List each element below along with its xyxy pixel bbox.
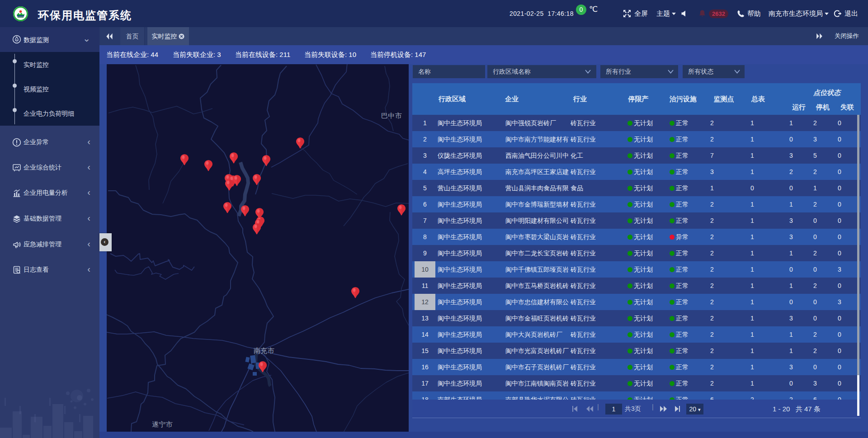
- svg-text:遂宁市: 遂宁市: [152, 420, 173, 428]
- svg-text:南充市: 南充市: [254, 347, 274, 354]
- svg-text:巴中市: 巴中市: [381, 112, 402, 119]
